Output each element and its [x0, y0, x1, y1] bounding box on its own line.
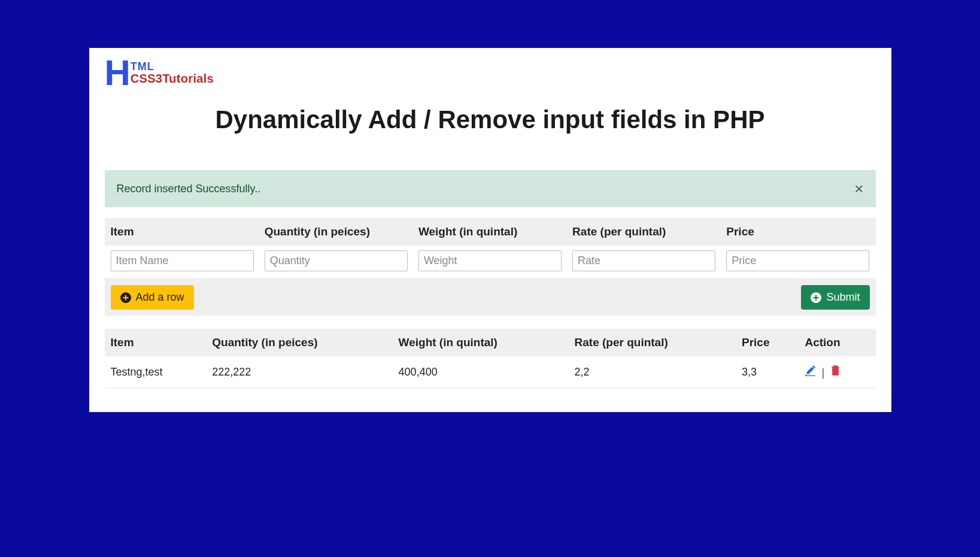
col-price: Price [736, 329, 799, 356]
item-name-input[interactable] [111, 250, 254, 271]
cell-weight: 400,400 [393, 356, 569, 388]
plus-circle-icon [811, 292, 821, 303]
col-action: Action [799, 329, 875, 356]
main-card: H TML CSS3Tutorials Dynamically Add / Re… [89, 48, 891, 412]
alert-close-button[interactable]: × [854, 181, 863, 196]
submit-label: Submit [826, 291, 860, 304]
delete-row-button[interactable] [830, 365, 841, 378]
add-row-label: Add a row [136, 291, 184, 304]
header-quantity: Quantity (in peices) [265, 225, 408, 238]
logo-css3: CSS3Tutorials [131, 72, 214, 85]
svg-rect-2 [123, 296, 128, 298]
input-form: Item Quantity (in peices) Weight (in qui… [105, 218, 876, 316]
header-rate: Rate (per quintal) [572, 225, 715, 238]
price-input[interactable] [726, 250, 869, 271]
col-weight: Weight (in quintal) [393, 329, 569, 356]
plus-circle-icon [120, 292, 131, 303]
edit-icon [805, 366, 816, 379]
header-item: Item [111, 225, 254, 238]
data-header-row: Item Quantity (in peices) Weight (in qui… [105, 329, 876, 356]
trash-icon [830, 366, 841, 379]
success-alert: Record inserted Successfully.. × [105, 170, 876, 207]
col-rate: Rate (per quintal) [569, 329, 736, 356]
page-title: Dynamically Add / Remove input fields in… [105, 105, 876, 134]
edit-row-button[interactable] [805, 365, 816, 378]
data-table: Item Quantity (in peices) Weight (in qui… [105, 329, 876, 388]
form-actions-row: Add a row Submit [105, 279, 876, 316]
logo-letter-h: H [105, 59, 129, 87]
logo-tml: TML [131, 61, 214, 72]
rate-input[interactable] [572, 250, 715, 271]
alert-message: Record inserted Successfully.. [117, 183, 261, 195]
cell-item: Testng,test [105, 356, 207, 388]
weight-input[interactable] [418, 250, 562, 271]
col-item: Item [105, 329, 207, 356]
cell-price: 3,3 [736, 356, 799, 388]
action-separator: | [819, 367, 827, 379]
form-header-row: Item Quantity (in peices) Weight (in qui… [105, 218, 876, 246]
form-input-row [105, 246, 876, 279]
add-row-button[interactable]: Add a row [111, 285, 194, 310]
col-quantity: Quantity (in peices) [206, 329, 392, 356]
cell-action: | [799, 356, 875, 388]
svg-rect-5 [814, 296, 819, 298]
logo-text-block: TML CSS3Tutorials [131, 61, 214, 87]
close-icon: × [854, 180, 863, 198]
header-price: Price [726, 225, 869, 238]
cell-rate: 2,2 [569, 356, 736, 388]
cell-quantity: 222,222 [206, 356, 392, 388]
header-weight: Weight (in quintal) [418, 225, 562, 238]
table-row: Testng,test 222,222 400,400 2,2 3,3 | [105, 356, 876, 388]
submit-button[interactable]: Submit [801, 285, 869, 310]
quantity-input[interactable] [265, 250, 408, 271]
site-logo: H TML CSS3Tutorials [105, 59, 876, 87]
